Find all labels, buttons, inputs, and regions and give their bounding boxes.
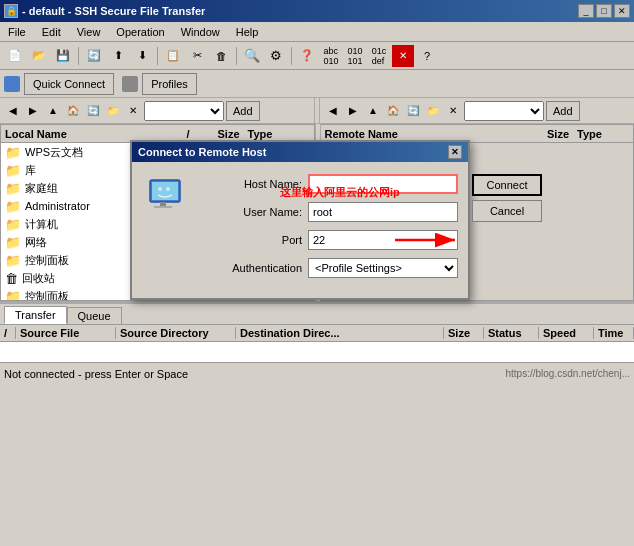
svg-point-4 xyxy=(158,187,162,191)
host-name-row: Host Name: xyxy=(202,174,458,194)
connect-dialog: Connect to Remote Host ✕ xyxy=(130,140,470,300)
dialog-computer-icon xyxy=(144,174,192,222)
host-name-input[interactable] xyxy=(308,174,458,194)
dialog-overlay: Connect to Remote Host ✕ xyxy=(0,0,634,546)
port-input[interactable] xyxy=(308,230,458,250)
dialog-close-button[interactable]: ✕ xyxy=(448,145,462,159)
auth-label: Authentication xyxy=(202,262,302,274)
host-name-label: Host Name: xyxy=(202,178,302,190)
dialog-body: Host Name: User Name: Port Authenticatio… xyxy=(132,162,468,298)
dialog-title-text: Connect to Remote Host xyxy=(138,146,266,158)
cancel-button[interactable]: Cancel xyxy=(472,200,542,222)
port-label: Port xyxy=(202,234,302,246)
svg-rect-3 xyxy=(154,206,172,208)
dialog-title-bar: Connect to Remote Host ✕ xyxy=(132,142,468,162)
user-name-row: User Name: xyxy=(202,202,458,222)
port-row: Port xyxy=(202,230,458,250)
svg-rect-2 xyxy=(160,202,166,206)
dialog-form: Host Name: User Name: Port Authenticatio… xyxy=(202,174,458,286)
auth-select[interactable]: <Profile Settings> xyxy=(308,258,458,278)
svg-point-5 xyxy=(166,187,170,191)
user-name-input[interactable] xyxy=(308,202,458,222)
auth-row: Authentication <Profile Settings> xyxy=(202,258,458,278)
user-name-label: User Name: xyxy=(202,206,302,218)
dialog-buttons: Connect Cancel xyxy=(472,174,542,286)
connect-button[interactable]: Connect xyxy=(472,174,542,196)
